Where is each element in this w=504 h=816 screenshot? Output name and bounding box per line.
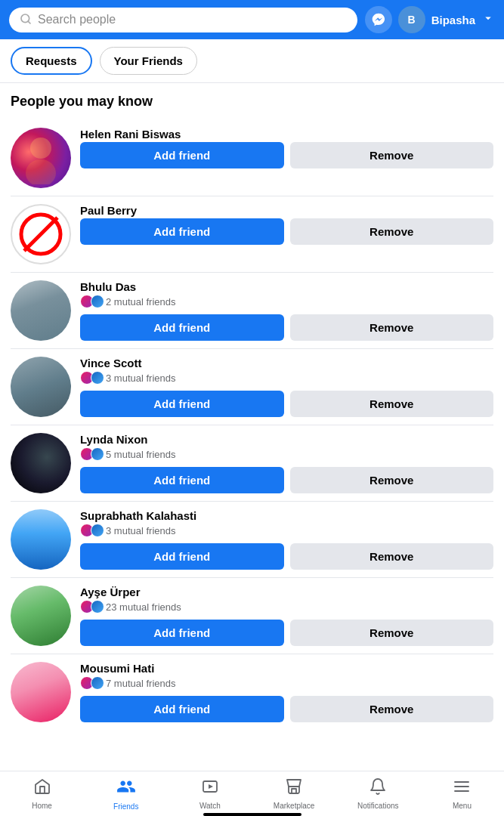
nav-label-home: Home <box>32 802 52 810</box>
mutual-friends-text: 3 mutual friends <box>106 372 176 384</box>
dropdown-icon[interactable] <box>481 11 495 29</box>
search-placeholder-text: Search people <box>38 13 116 26</box>
mutual-avatars <box>80 447 101 461</box>
nav-label-friends: Friends <box>113 802 138 811</box>
list-item: Suprabhath Kalahasti 3 mutual friends Ad… <box>11 502 493 578</box>
person-name: Suprabhath Kalahasti <box>80 509 493 522</box>
mutual-friends-text: 5 mutual friends <box>106 449 176 460</box>
add-friend-button[interactable]: Add friend <box>80 218 284 245</box>
mutual-avatar <box>91 447 104 461</box>
avatar-image <box>11 433 71 493</box>
nav-label-notifications: Notifications <box>357 802 398 810</box>
person-info: Vince Scott 3 mutual friends Add friend … <box>80 357 493 417</box>
svg-point-2 <box>30 138 51 159</box>
main-content: People you may know Helen Rani Biswas Ad… <box>0 83 504 783</box>
add-friend-button[interactable]: Add friend <box>80 314 284 341</box>
remove-button[interactable]: Remove <box>290 467 494 493</box>
search-icon <box>20 13 32 27</box>
list-item: Bhulu Das 2 mutual friends Add friend Re… <box>11 273 493 349</box>
avatar-image <box>11 586 71 646</box>
mutual-avatar <box>91 600 104 614</box>
list-item: Paul Berry Add friend Remove <box>11 196 493 273</box>
avatar <box>11 128 71 188</box>
avatar <box>11 204 71 264</box>
nav-item-home[interactable]: Home <box>0 773 84 814</box>
avatar <box>11 662 71 722</box>
mutual-friends-text: 2 mutual friends <box>106 296 176 308</box>
person-name: Bhulu Das <box>80 280 493 293</box>
person-info: Bhulu Das 2 mutual friends Add friend Re… <box>80 280 493 341</box>
avatar <box>11 586 71 646</box>
mutual-friends-info: 5 mutual friends <box>80 447 493 461</box>
nav-item-notifications[interactable]: Notifications <box>336 773 420 814</box>
mutual-avatar <box>91 295 104 308</box>
nav-item-menu[interactable]: Menu <box>420 773 504 814</box>
search-bar[interactable]: Search people <box>9 8 357 32</box>
person-info: Paul Berry Add friend Remove <box>80 204 493 245</box>
nav-label-watch: Watch <box>199 802 221 810</box>
add-friend-button[interactable]: Add friend <box>80 543 284 570</box>
add-friend-button[interactable]: Add friend <box>80 391 284 417</box>
action-buttons: Add friend Remove <box>80 543 493 570</box>
mutual-avatars <box>80 676 101 690</box>
tab-your-friends[interactable]: Your Friends <box>100 47 197 75</box>
no-symbol-icon <box>18 212 63 257</box>
home-indicator <box>203 813 301 816</box>
person-name: Paul Berry <box>80 204 493 217</box>
avatar <box>11 433 71 493</box>
action-buttons: Add friend Remove <box>80 620 493 646</box>
remove-button[interactable]: Remove <box>290 543 494 570</box>
avatar-image <box>11 662 71 722</box>
tab-requests[interactable]: Requests <box>11 47 92 75</box>
mutual-friends-info: 3 mutual friends <box>80 371 493 385</box>
messenger-button[interactable] <box>365 6 392 33</box>
person-info: Helen Rani Biswas Add friend Remove <box>80 128 493 168</box>
mutual-avatar <box>91 676 104 690</box>
avatar-image <box>11 357 71 417</box>
remove-button[interactable]: Remove <box>290 696 494 722</box>
add-friend-button[interactable]: Add friend <box>80 467 284 493</box>
svg-point-3 <box>26 159 56 184</box>
user-avatar[interactable]: B <box>398 6 425 33</box>
person-name: Helen Rani Biswas <box>80 128 493 141</box>
avatar <box>11 357 71 417</box>
avatar-initials: B <box>398 6 425 33</box>
watch-icon <box>201 777 219 800</box>
avatar-image <box>11 509 71 570</box>
mutual-avatars <box>80 524 101 537</box>
mutual-avatar <box>91 371 104 385</box>
marketplace-icon <box>285 777 303 800</box>
nav-item-friends[interactable]: Friends <box>84 772 168 815</box>
nav-item-marketplace[interactable]: Marketplace <box>252 773 336 814</box>
mutual-avatars <box>80 295 101 308</box>
mutual-avatar <box>91 524 104 537</box>
tabs-row: Requests Your Friends <box>0 39 504 83</box>
nav-label-marketplace: Marketplace <box>274 802 314 810</box>
list-item: Ayşe Ürper 23 mutual friends Add friend … <box>11 578 493 654</box>
person-name: Lynda Nixon <box>80 433 493 446</box>
avatar-image <box>11 280 71 341</box>
mutual-friends-text: 3 mutual friends <box>106 525 176 536</box>
avatar <box>11 280 71 341</box>
svg-marker-7 <box>209 784 213 789</box>
remove-button[interactable]: Remove <box>290 142 494 168</box>
remove-button[interactable]: Remove <box>290 314 494 341</box>
list-item: Helen Rani Biswas Add friend Remove <box>11 120 493 196</box>
action-buttons: Add friend Remove <box>80 391 493 417</box>
add-friend-button[interactable]: Add friend <box>80 142 284 168</box>
nav-item-watch[interactable]: Watch <box>168 773 252 814</box>
mutual-avatars <box>80 600 101 614</box>
add-friend-button[interactable]: Add friend <box>80 696 284 722</box>
menu-icon <box>453 777 471 800</box>
top-navigation: Search people B Bipasha <box>0 0 504 39</box>
remove-button[interactable]: Remove <box>290 620 494 646</box>
list-item: Mousumi Hati 7 mutual friends Add friend… <box>11 654 493 730</box>
user-name-label: Bipasha <box>431 14 475 26</box>
bottom-navigation: Home Friends Watch Marketplace <box>0 771 504 816</box>
person-info: Suprabhath Kalahasti 3 mutual friends Ad… <box>80 509 493 570</box>
remove-button[interactable]: Remove <box>290 218 494 245</box>
person-name: Ayşe Ürper <box>80 586 493 598</box>
add-friend-button[interactable]: Add friend <box>80 620 284 646</box>
mutual-friends-info: 3 mutual friends <box>80 524 493 537</box>
remove-button[interactable]: Remove <box>290 391 494 417</box>
